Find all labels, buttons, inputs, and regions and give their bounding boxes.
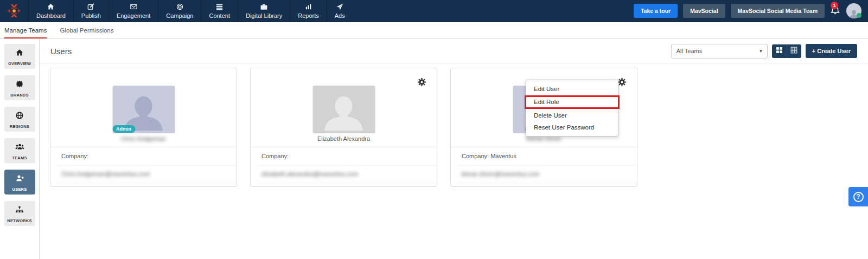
online-status-dot (857, 13, 861, 18)
nav-item-campaign[interactable]: Campaign (158, 0, 201, 22)
target-icon (176, 3, 184, 11)
notifications-bell-icon[interactable]: 1 (830, 5, 841, 17)
grid-view-button[interactable] (772, 44, 787, 58)
sidebar-item-users[interactable]: USERS (4, 170, 35, 195)
sidebar-item-teams[interactable]: TEAMS (4, 138, 35, 163)
user-name: Chris Hodgeman (50, 135, 237, 142)
home-icon (47, 3, 55, 11)
nav-label: Publish (81, 12, 101, 19)
bar-chart-icon (304, 3, 312, 11)
home-icon (15, 48, 24, 59)
sidebar-item-overview[interactable]: OVERVIEW (4, 44, 35, 69)
help-button[interactable]: ? (848, 187, 868, 206)
nav-item-ads[interactable]: Ads (327, 0, 353, 22)
list-icon (215, 3, 224, 11)
user-plus-icon (15, 174, 24, 185)
create-user-button[interactable]: + Create User (806, 44, 857, 58)
nav-item-content[interactable]: Content (201, 0, 238, 22)
chevron-down-icon: ▾ (760, 48, 762, 54)
notification-count-badge: 1 (831, 2, 838, 9)
sidebar-item-networks[interactable]: NETWORKS (4, 201, 35, 226)
users-page: Dashboard Publish Engagement Campaign Co… (0, 0, 868, 259)
user-card: Elizabeth Alexandra Company: elizabeth.a… (250, 68, 437, 187)
nav-label: Engagement (117, 12, 150, 19)
company-row: Company: (257, 147, 437, 165)
left-sidebar: OVERVIEW BRANDS REGIONS TEAMS USERS NETW… (0, 39, 40, 259)
nav-label: Digital Library (246, 12, 282, 19)
card-gear-icon[interactable] (617, 77, 627, 87)
people-group-icon (15, 143, 24, 153)
nav-label: Content (209, 12, 230, 19)
table-view-button[interactable] (787, 44, 801, 58)
mavsocial-account-button[interactable]: MavSocial (683, 4, 725, 18)
annotation-highlight-box: Edit Role (525, 95, 620, 109)
envelope-icon (130, 3, 138, 11)
grid-view-icon (776, 46, 783, 56)
company-row: Company: (57, 147, 237, 165)
team-name-button[interactable]: MavSocial Social Media Team (731, 4, 825, 18)
tab-manage-teams[interactable]: Manage Teams (4, 23, 47, 38)
sidebar-item-brands[interactable]: BRANDS (4, 75, 35, 100)
company-row: Company: Maventus (457, 147, 637, 165)
navbar-right: Take a tour MavSocial MavSocial Social M… (634, 0, 868, 22)
sidebar-label: BRANDS (10, 93, 28, 98)
main-content: Users All Teams ▾ + Create User (40, 39, 868, 259)
nav-label: Dashboard (36, 12, 66, 19)
nav-item-digital-library[interactable]: Digital Library (238, 0, 290, 22)
nav-item-dashboard[interactable]: Dashboard (28, 0, 73, 22)
top-navbar: Dashboard Publish Engagement Campaign Co… (0, 0, 868, 22)
user-name: Elizabeth Alexandra (251, 135, 437, 142)
sidebar-item-regions[interactable]: REGIONS (4, 107, 35, 132)
briefcase-icon (260, 3, 268, 11)
sidebar-label: OVERVIEW (8, 61, 31, 66)
tab-global-permissions[interactable]: Global Permissions (60, 23, 113, 38)
user-cards-row: Admin Chris Hodgeman Company: Chris.hodg… (40, 63, 868, 187)
mavsocial-logo-icon[interactable] (0, 0, 28, 22)
sidebar-label: NETWORKS (7, 218, 31, 223)
menu-item-delete-user[interactable]: Delete User (526, 109, 618, 121)
nav-item-reports[interactable]: Reports (290, 0, 327, 22)
brand-burst-icon (15, 80, 24, 90)
menu-item-reset-password[interactable]: Reset User Password (526, 121, 618, 133)
compose-icon (87, 3, 95, 11)
sidebar-label: USERS (12, 187, 27, 192)
table-view-icon (790, 46, 797, 56)
user-avatar: Admin (112, 86, 175, 133)
nav-label: Campaign (166, 12, 193, 19)
user-card: Admin Chris Hodgeman Company: Chris.hodg… (50, 68, 237, 187)
card-gear-icon[interactable] (417, 77, 426, 87)
menu-item-edit-user[interactable]: Edit User (526, 83, 618, 95)
profile-avatar[interactable] (846, 3, 861, 18)
user-card: Kieran Driver Edit User Edit Role Delete… (450, 68, 637, 187)
sidebar-label: REGIONS (10, 124, 29, 129)
nav-label: Ads (335, 12, 345, 19)
section-tabbar: Manage Teams Global Permissions (0, 22, 868, 39)
team-filter-value: All Teams (676, 48, 702, 54)
main-header: Users All Teams ▾ + Create User (40, 39, 868, 63)
page-title: Users (50, 47, 72, 56)
email-row: Chris.hodgeman@maventus.com (57, 165, 237, 183)
sitemap-icon (15, 205, 24, 216)
nav-label: Reports (298, 12, 319, 19)
email-row: kieran.driver@maventus.com (457, 165, 637, 183)
menu-item-edit-role[interactable]: Edit Role (526, 97, 618, 107)
sidebar-label: TEAMS (12, 156, 27, 160)
paper-plane-icon (336, 3, 344, 11)
admin-role-badge: Admin (112, 125, 135, 133)
team-filter-select[interactable]: All Teams ▾ (671, 44, 768, 59)
take-a-tour-button[interactable]: Take a tour (634, 4, 678, 18)
user-avatar (312, 86, 375, 133)
nav-item-publish[interactable]: Publish (73, 0, 108, 22)
email-row: elizabeth.alexandra@maventus.com (257, 165, 437, 183)
user-actions-context-menu: Edit User Edit Role Delete User Reset Us… (526, 80, 618, 137)
globe-icon (15, 111, 24, 122)
nav-item-engagement[interactable]: Engagement (108, 0, 158, 22)
question-mark-icon: ? (853, 192, 864, 202)
view-toggle-group (772, 44, 801, 58)
